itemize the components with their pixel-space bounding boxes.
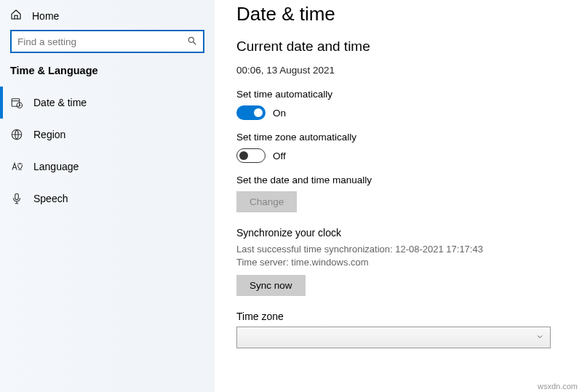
set-tz-auto-toggle[interactable] bbox=[236, 148, 266, 163]
sidebar-item-language[interactable]: Language bbox=[0, 151, 215, 183]
microphone-icon bbox=[10, 192, 23, 205]
current-datetime-heading: Current date and time bbox=[236, 39, 560, 55]
svg-rect-6 bbox=[15, 193, 19, 199]
set-time-auto-label: Set time automatically bbox=[236, 89, 560, 100]
search-input[interactable] bbox=[17, 36, 187, 47]
current-datetime-value: 00:06, 13 August 2021 bbox=[236, 65, 560, 76]
watermark: wsxdn.com bbox=[538, 382, 578, 391]
set-tz-auto-label: Set time zone automatically bbox=[236, 132, 560, 143]
set-manual-label: Set the date and time manually bbox=[236, 175, 560, 185]
sidebar-item-region[interactable]: Region bbox=[0, 119, 215, 151]
svg-line-1 bbox=[194, 41, 196, 44]
sync-clock-heading: Synchronize your clock bbox=[236, 227, 560, 239]
home-link[interactable]: Home bbox=[0, 4, 215, 30]
sync-now-button[interactable]: Sync now bbox=[236, 275, 306, 296]
timezone-select[interactable] bbox=[236, 327, 551, 348]
sync-last-text: Last successful time synchronization: 12… bbox=[236, 243, 560, 256]
sidebar-item-label: Speech bbox=[33, 193, 68, 204]
home-icon bbox=[10, 9, 22, 23]
sidebar-item-label: Date & time bbox=[33, 97, 87, 108]
globe-icon bbox=[10, 128, 23, 141]
page-title: Date & time bbox=[236, 3, 560, 25]
change-button: Change bbox=[236, 191, 297, 212]
set-time-auto-toggle[interactable] bbox=[236, 105, 266, 120]
timezone-label: Time zone bbox=[236, 311, 560, 322]
search-icon bbox=[187, 36, 197, 48]
search-input-wrap[interactable] bbox=[10, 30, 204, 53]
set-time-auto-state: On bbox=[273, 108, 286, 119]
sidebar-item-label: Region bbox=[33, 129, 65, 140]
sidebar-section-title: Time & Language bbox=[0, 65, 215, 87]
sidebar-item-speech[interactable]: Speech bbox=[0, 183, 215, 215]
main-content: Date & time Current date and time 00:06,… bbox=[215, 0, 582, 392]
chevron-down-icon bbox=[535, 332, 544, 343]
sidebar-item-label: Language bbox=[33, 161, 79, 172]
sidebar: Home Time & Language Date & time Region bbox=[0, 0, 215, 392]
language-icon bbox=[10, 160, 23, 173]
svg-point-0 bbox=[188, 37, 194, 42]
home-label: Home bbox=[32, 10, 59, 22]
sidebar-item-date-time[interactable]: Date & time bbox=[0, 87, 215, 119]
set-tz-auto-state: Off bbox=[273, 151, 286, 161]
sync-server-text: Time server: time.windows.com bbox=[236, 256, 560, 269]
calendar-clock-icon bbox=[10, 96, 23, 109]
